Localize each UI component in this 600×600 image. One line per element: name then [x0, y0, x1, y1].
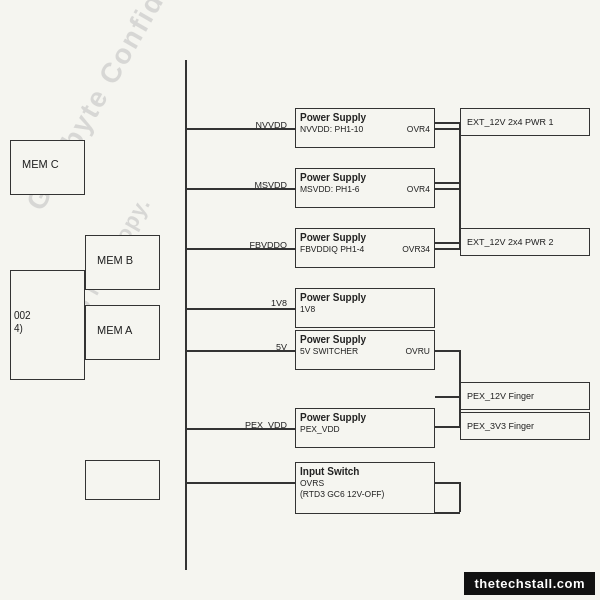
ps-msvdd-sub2: OVR4: [407, 184, 430, 194]
main-box-label2: 4): [14, 323, 23, 334]
pex3v3-finger-label: PEX_3V3 Finger: [467, 421, 534, 431]
bus-line-1v8: [186, 308, 295, 310]
ps-pexvdd-sub: PEX_VDD: [296, 423, 434, 434]
rv-pex-fingers: [459, 396, 461, 426]
input-switch-sub1: OVRS: [296, 477, 434, 488]
rline-pex12v: [435, 396, 460, 398]
pex12v-finger-box: PEX_12V Finger: [460, 382, 590, 410]
ps-pexvdd-title: Power Supply: [296, 409, 434, 423]
rline-nvvdd: [435, 122, 460, 124]
ext12v-pwr2-box: EXT_12V 2x4 PWR 2: [460, 228, 590, 256]
vertical-bus-line: [185, 60, 187, 570]
rline-5v: [435, 350, 460, 352]
rline-pex3v3: [435, 426, 460, 428]
rh-pwr1-conn: [459, 122, 460, 124]
rline-inputswitch: [435, 482, 460, 484]
ps-1v8-sub: 1V8: [296, 303, 434, 314]
bus-line-fbvddq: [186, 248, 295, 250]
main-box-label1: 002: [14, 310, 31, 321]
ps-fbvddq-sub2: OVR34: [402, 244, 430, 254]
ps-block-msvdd: Power Supply MSVDD: PH1-6 OVR4: [295, 168, 435, 208]
bus-line-msvdd: [186, 188, 295, 190]
ps-nvvdd-sub: NVVDD: PH1-10 OVR4: [296, 123, 434, 134]
ext12v-pwr2-label: EXT_12V 2x4 PWR 2: [467, 237, 554, 247]
bus-line-pexvdd: [186, 428, 295, 430]
pex12v-finger-label: PEX_12V Finger: [467, 391, 534, 401]
rh-pwr2-conn: [459, 242, 460, 244]
bus-line-inputswitch: [186, 482, 295, 484]
ext12v-pwr1-label: EXT_12V 2x4 PWR 1: [467, 117, 554, 127]
diagram-container: Gigabyte Confidential Do not Copy. MEM C…: [0, 0, 600, 600]
input-switch-block: Input Switch OVRS (RTD3 GC6 12V-OFF): [295, 462, 435, 514]
mem-c-label: MEM C: [22, 158, 59, 170]
ps-nvvdd-sub1: NVVDD: PH1-10: [300, 124, 363, 134]
ps-5v-sub2: OVRU: [405, 346, 430, 356]
ps-block-fbvddq: Power Supply FBVDDIQ PH1-4 OVR34: [295, 228, 435, 268]
small-bottom-box: [85, 460, 160, 500]
ps-pexvdd-sub1: PEX_VDD: [300, 424, 340, 434]
line-msvdd-to-bracket: [435, 188, 460, 190]
ps-msvdd-sub1: MSVDD: PH1-6: [300, 184, 360, 194]
ps-5v-sub: 5V SWITCHER OVRU: [296, 345, 434, 356]
ps-fbvddq-sub: FBVDDIQ PH1-4 OVR34: [296, 243, 434, 254]
input-switch-sub2: (RTD3 GC6 12V-OFF): [296, 488, 434, 499]
net-label-1v8: 1V8: [204, 298, 287, 308]
ps-nvvdd-sub2: OVR4: [407, 124, 430, 134]
ps-block-pexvdd: Power Supply PEX_VDD: [295, 408, 435, 448]
ps-block-5v: Power Supply 5V SWITCHER OVRU: [295, 330, 435, 370]
ps-1v8-sub1: 1V8: [300, 304, 315, 314]
ps-block-1v8: Power Supply 1V8: [295, 288, 435, 328]
mem-b-label: MEM B: [97, 254, 133, 266]
ps-5v-title: Power Supply: [296, 331, 434, 345]
connector-pwr2: [459, 248, 460, 250]
ps-msvdd-sub: MSVDD: PH1-6 OVR4: [296, 183, 434, 194]
bus-line-nvvdd: [186, 128, 295, 130]
input-switch-title: Input Switch: [296, 463, 434, 477]
bus-line-5v: [186, 350, 295, 352]
line-fbvddq-to-bracket: [435, 248, 460, 250]
rline-fbvddq: [435, 242, 460, 244]
ps-fbvddq-title: Power Supply: [296, 229, 434, 243]
mem-a-label: MEM A: [97, 324, 132, 336]
ps-fbvddq-sub1: FBVDDIQ PH1-4: [300, 244, 364, 254]
ps-1v8-title: Power Supply: [296, 289, 434, 303]
brand-bar: thetechstall.com: [464, 572, 595, 595]
line-nvvdd-to-bracket: [435, 128, 460, 130]
rline-msvdd: [435, 182, 460, 184]
pex3v3-finger-box: PEX_3V3 Finger: [460, 412, 590, 440]
ps-5v-sub1: 5V SWITCHER: [300, 346, 358, 356]
ps-nvvdd-title: Power Supply: [296, 109, 434, 123]
ps-block-nvvdd: Power Supply NVVDD: PH1-10 OVR4: [295, 108, 435, 148]
ps-msvdd-title: Power Supply: [296, 169, 434, 183]
rv-pwr1: [459, 122, 461, 182]
ext12v-pwr1-box: EXT_12V 2x4 PWR 1: [460, 108, 590, 136]
rv-inputswitch: [459, 482, 461, 512]
rline-inputswitch2: [435, 512, 460, 514]
